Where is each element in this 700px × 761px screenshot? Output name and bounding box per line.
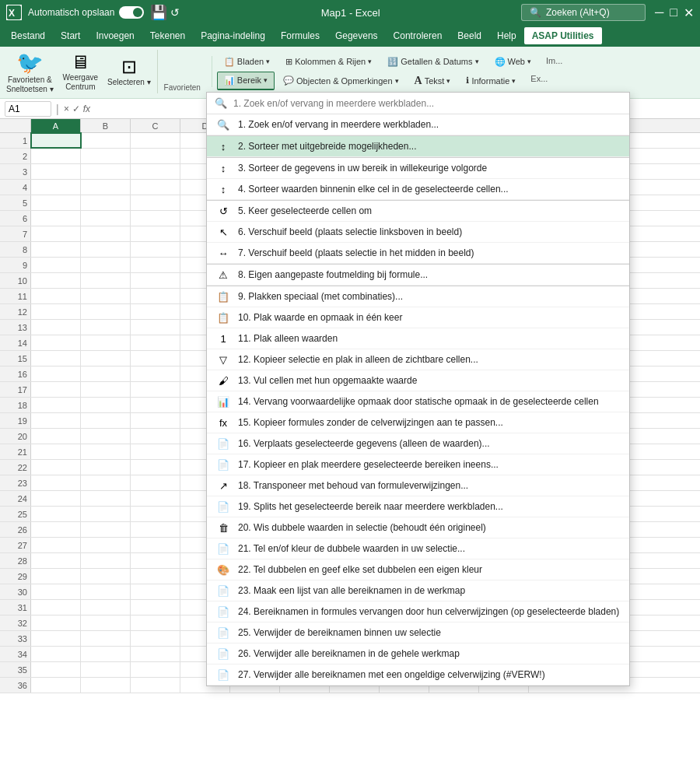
cell[interactable] xyxy=(131,366,180,381)
list-item[interactable]: 📄19. Splits het geselecteerde bereik naa… xyxy=(207,496,629,517)
list-item[interactable]: 📄16. Verplaats geselecteerde gegevens (a… xyxy=(207,433,629,454)
menu-pagina[interactable]: Pagina-indeling xyxy=(193,27,273,44)
cell[interactable] xyxy=(81,662,131,677)
cell[interactable] xyxy=(81,538,131,552)
list-item[interactable]: 📋10. Plak waarde en opmaak in één keer xyxy=(207,307,629,328)
cell[interactable] xyxy=(31,351,81,366)
cell[interactable] xyxy=(31,335,81,350)
cell[interactable] xyxy=(131,615,180,630)
cell[interactable] xyxy=(81,398,131,412)
list-item[interactable]: ↺5. Keer geselecteerde cellen om xyxy=(207,201,629,222)
favorites-button[interactable]: 🐦 Favorieten &Sneltoetsen ▾ xyxy=(6,50,54,94)
cell[interactable] xyxy=(31,600,81,615)
cell[interactable] xyxy=(31,662,81,677)
dropdown-search-input[interactable] xyxy=(233,98,621,109)
list-item[interactable]: ↗18. Transponeer met behoud van formulev… xyxy=(207,475,629,496)
cell-reference-box[interactable] xyxy=(5,101,51,117)
cell[interactable] xyxy=(131,149,180,163)
cell[interactable] xyxy=(31,211,81,226)
cell[interactable] xyxy=(31,398,81,412)
cell[interactable] xyxy=(131,429,180,444)
cell[interactable] xyxy=(131,226,180,241)
save-icon[interactable]: 💾 xyxy=(150,4,167,21)
cell[interactable] xyxy=(31,491,81,506)
menu-bestand[interactable]: Bestand xyxy=(3,27,53,44)
list-item[interactable]: 📄25. Verwijder de bereiknamen binnen uw … xyxy=(207,622,629,644)
cell[interactable] xyxy=(31,366,81,381)
list-item[interactable]: 📄26. Verwijder alle bereiknamen in de ge… xyxy=(207,644,629,665)
menu-help[interactable]: Help xyxy=(489,27,524,44)
menu-formules[interactable]: Formules xyxy=(273,27,327,44)
cell[interactable] xyxy=(131,507,180,521)
cell[interactable] xyxy=(31,226,81,241)
cell[interactable] xyxy=(31,149,81,163)
getallen-button[interactable]: 🔢 Getallen & Datums ▾ xyxy=(380,54,485,70)
cell[interactable] xyxy=(131,584,180,599)
cell[interactable] xyxy=(131,273,180,288)
cell[interactable] xyxy=(131,133,180,148)
undo-icon[interactable]: ↺ xyxy=(170,6,180,19)
cell[interactable] xyxy=(81,164,131,179)
cell[interactable] xyxy=(131,258,180,272)
cell[interactable] xyxy=(131,662,180,677)
cell[interactable] xyxy=(131,569,180,584)
cell[interactable] xyxy=(31,584,81,599)
cell[interactable] xyxy=(31,647,81,661)
cell[interactable] xyxy=(131,460,180,475)
cell[interactable] xyxy=(81,382,131,397)
cell[interactable] xyxy=(31,615,81,630)
cell[interactable] xyxy=(131,164,180,179)
cell[interactable] xyxy=(131,398,180,412)
list-item[interactable]: 📄23. Maak een lijst van alle bereiknamen… xyxy=(207,580,629,601)
list-item[interactable]: ↕2. Sorteer met uitgebreide mogelijkhede… xyxy=(207,136,629,157)
cell[interactable] xyxy=(81,429,131,444)
cell[interactable] xyxy=(81,678,131,693)
tekst-button[interactable]: A Tekst ▾ xyxy=(408,72,458,90)
menu-tekenen[interactable]: Tekenen xyxy=(142,27,193,44)
cell[interactable] xyxy=(81,149,131,163)
cell[interactable] xyxy=(31,413,81,428)
cell[interactable] xyxy=(31,538,81,552)
informatie-button[interactable]: ℹ Informatie ▾ xyxy=(459,72,523,90)
cell[interactable] xyxy=(31,180,81,195)
restore-icon[interactable]: □ xyxy=(670,5,677,20)
cell[interactable] xyxy=(81,195,131,210)
ribbon-extra-2[interactable]: Ex... xyxy=(524,72,554,90)
cell[interactable] xyxy=(131,491,180,506)
cell[interactable] xyxy=(131,351,180,366)
list-item[interactable]: ↕3. Sorteer de gegevens in uw bereik in … xyxy=(207,158,629,179)
list-item[interactable]: ▽12. Kopieer selectie en plak in alleen … xyxy=(207,349,629,370)
cell[interactable] xyxy=(31,289,81,303)
cell[interactable] xyxy=(81,584,131,599)
minimize-icon[interactable]: ─ xyxy=(655,5,663,20)
cell[interactable] xyxy=(81,351,131,366)
bladen-button[interactable]: 📋 Bladen ▾ xyxy=(217,54,277,70)
cell[interactable] xyxy=(31,258,81,272)
ribbon-extra-1[interactable]: Im... xyxy=(540,54,569,70)
list-item[interactable]: 📄24. Bereiknamen in formules vervangen d… xyxy=(207,601,629,622)
cell[interactable] xyxy=(81,320,131,335)
cell[interactable] xyxy=(81,475,131,490)
cell[interactable] xyxy=(81,180,131,195)
kolommen-button[interactable]: ⊞ Kolommen & Rijen ▾ xyxy=(278,54,379,70)
cell[interactable] xyxy=(31,507,81,521)
selecteren-button[interactable]: ⊡ Selecteren ▾ xyxy=(107,56,151,87)
cell[interactable] xyxy=(131,335,180,350)
cell[interactable] xyxy=(81,631,131,646)
cell[interactable] xyxy=(81,444,131,459)
cell[interactable] xyxy=(131,553,180,568)
cell[interactable] xyxy=(31,304,81,319)
list-item[interactable]: 🖌13. Vul cellen met hun opgemaakte waard… xyxy=(207,370,629,391)
cell[interactable] xyxy=(131,320,180,335)
cell[interactable] xyxy=(81,615,131,630)
cell[interactable] xyxy=(131,600,180,615)
list-item[interactable]: ⚠8. Eigen aangepaste foutmelding bij for… xyxy=(207,265,629,286)
objecten-button[interactable]: 💬 Objecten & Opmerkingen ▾ xyxy=(276,72,406,90)
cell[interactable] xyxy=(81,211,131,226)
cell[interactable] xyxy=(31,553,81,568)
list-item[interactable]: 📄27. Verwijder alle bereiknamen met een … xyxy=(207,665,629,686)
list-item[interactable]: ↕4. Sorteer waarden binnenin elke cel in… xyxy=(207,179,629,200)
cell[interactable] xyxy=(81,366,131,381)
cell[interactable] xyxy=(81,335,131,350)
cell[interactable] xyxy=(131,678,180,693)
